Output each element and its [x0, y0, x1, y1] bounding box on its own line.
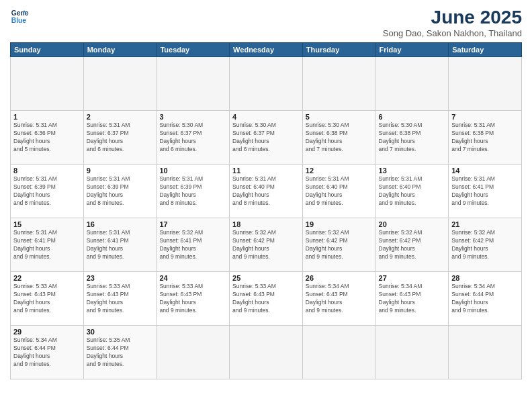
day-number: 1	[13, 113, 81, 121]
col-saturday: Saturday	[449, 43, 522, 57]
day-detail: Sunrise: 5:32 AMSunset: 6:42 PMDaylight …	[451, 229, 519, 261]
day-detail: Sunrise: 5:31 AMSunset: 6:41 PMDaylight …	[13, 229, 81, 261]
table-row: 12Sunrise: 5:31 AMSunset: 6:40 PMDayligh…	[302, 165, 375, 218]
table-row: 26Sunrise: 5:34 AMSunset: 6:43 PMDayligh…	[302, 272, 375, 326]
day-number: 18	[232, 220, 300, 228]
main-title: June 2025	[383, 7, 522, 28]
day-detail: Sunrise: 5:30 AMSunset: 6:37 PMDaylight …	[232, 122, 300, 154]
day-number: 3	[159, 113, 226, 121]
table-row: 22Sunrise: 5:33 AMSunset: 6:43 PMDayligh…	[11, 272, 84, 326]
table-row: 30Sunrise: 5:35 AMSunset: 6:44 PMDayligh…	[83, 326, 157, 379]
day-detail: Sunrise: 5:33 AMSunset: 6:43 PMDaylight …	[159, 283, 226, 315]
day-number: 10	[159, 167, 226, 175]
day-number: 25	[232, 274, 300, 282]
day-number: 17	[159, 220, 226, 228]
day-number: 22	[13, 274, 81, 282]
col-friday: Friday	[375, 43, 449, 57]
day-detail: Sunrise: 5:30 AMSunset: 6:38 PMDaylight …	[379, 122, 446, 154]
table-row: 8Sunrise: 5:31 AMSunset: 6:39 PMDaylight…	[11, 165, 84, 218]
day-detail: Sunrise: 5:31 AMSunset: 6:39 PMDaylight …	[13, 175, 81, 208]
day-number: 9	[87, 167, 154, 175]
day-detail: Sunrise: 5:31 AMSunset: 6:41 PMDaylight …	[451, 175, 519, 208]
day-detail: Sunrise: 5:34 AMSunset: 6:43 PMDaylight …	[379, 283, 446, 315]
title-block: June 2025 Song Dao, Sakon Nakhon, Thaila…	[383, 7, 522, 38]
day-detail: Sunrise: 5:34 AMSunset: 6:44 PMDaylight …	[451, 283, 519, 315]
day-detail: Sunrise: 5:31 AMSunset: 6:36 PMDaylight …	[13, 122, 81, 154]
table-row: 21Sunrise: 5:32 AMSunset: 6:42 PMDayligh…	[449, 218, 522, 272]
day-number: 4	[232, 113, 300, 121]
page-header: General Blue June 2025 Song Dao, Sakon N…	[10, 7, 522, 38]
col-sunday: Sunday	[11, 43, 84, 57]
logo: General Blue	[10, 7, 29, 26]
table-row	[157, 57, 230, 111]
day-detail: Sunrise: 5:30 AMSunset: 6:37 PMDaylight …	[159, 122, 226, 154]
day-detail: Sunrise: 5:30 AMSunset: 6:38 PMDaylight …	[306, 122, 373, 154]
col-thursday: Thursday	[302, 43, 375, 57]
day-number: 16	[87, 220, 154, 228]
table-row	[83, 57, 157, 111]
day-number: 30	[87, 328, 154, 336]
table-row: 2Sunrise: 5:31 AMSunset: 6:37 PMDaylight…	[83, 111, 157, 165]
table-row: 28Sunrise: 5:34 AMSunset: 6:44 PMDayligh…	[449, 272, 522, 326]
table-row: 17Sunrise: 5:32 AMSunset: 6:41 PMDayligh…	[157, 218, 230, 272]
table-row: 20Sunrise: 5:32 AMSunset: 6:42 PMDayligh…	[375, 218, 449, 272]
table-row: 3Sunrise: 5:30 AMSunset: 6:37 PMDaylight…	[157, 111, 230, 165]
day-detail: Sunrise: 5:31 AMSunset: 6:38 PMDaylight …	[451, 122, 519, 154]
table-row: 7Sunrise: 5:31 AMSunset: 6:38 PMDaylight…	[449, 111, 522, 165]
day-detail: Sunrise: 5:32 AMSunset: 6:42 PMDaylight …	[379, 229, 446, 261]
day-detail: Sunrise: 5:34 AMSunset: 6:43 PMDaylight …	[306, 283, 373, 315]
day-detail: Sunrise: 5:32 AMSunset: 6:42 PMDaylight …	[306, 229, 373, 261]
table-row: 14Sunrise: 5:31 AMSunset: 6:41 PMDayligh…	[449, 165, 522, 218]
table-row: 1Sunrise: 5:31 AMSunset: 6:36 PMDaylight…	[11, 111, 84, 165]
day-detail: Sunrise: 5:31 AMSunset: 6:41 PMDaylight …	[87, 229, 154, 261]
table-row: 13Sunrise: 5:31 AMSunset: 6:40 PMDayligh…	[375, 165, 449, 218]
day-number: 24	[159, 274, 226, 282]
table-row	[375, 57, 449, 111]
day-number: 28	[451, 274, 519, 282]
subtitle: Song Dao, Sakon Nakhon, Thailand	[383, 28, 522, 38]
calendar-header-row: Sunday Monday Tuesday Wednesday Thursday…	[11, 43, 522, 57]
table-row: 10Sunrise: 5:31 AMSunset: 6:39 PMDayligh…	[157, 165, 230, 218]
day-number: 27	[379, 274, 446, 282]
day-detail: Sunrise: 5:33 AMSunset: 6:43 PMDaylight …	[87, 283, 154, 315]
day-number: 19	[306, 220, 373, 228]
table-row: 19Sunrise: 5:32 AMSunset: 6:42 PMDayligh…	[302, 218, 375, 272]
day-number: 7	[451, 113, 519, 121]
day-number: 2	[87, 113, 154, 121]
table-row	[302, 57, 375, 111]
day-number: 8	[13, 167, 81, 175]
table-row: 15Sunrise: 5:31 AMSunset: 6:41 PMDayligh…	[11, 218, 84, 272]
day-number: 14	[451, 167, 519, 175]
table-row: 24Sunrise: 5:33 AMSunset: 6:43 PMDayligh…	[157, 272, 230, 326]
day-detail: Sunrise: 5:31 AMSunset: 6:39 PMDaylight …	[159, 175, 226, 208]
day-detail: Sunrise: 5:33 AMSunset: 6:43 PMDaylight …	[13, 283, 81, 315]
table-row: 6Sunrise: 5:30 AMSunset: 6:38 PMDaylight…	[375, 111, 449, 165]
table-row: 18Sunrise: 5:32 AMSunset: 6:42 PMDayligh…	[230, 218, 303, 272]
table-row: 29Sunrise: 5:34 AMSunset: 6:44 PMDayligh…	[11, 326, 84, 379]
day-detail: Sunrise: 5:31 AMSunset: 6:40 PMDaylight …	[379, 175, 446, 208]
table-row	[157, 326, 230, 379]
col-monday: Monday	[83, 43, 157, 57]
day-detail: Sunrise: 5:31 AMSunset: 6:39 PMDaylight …	[87, 175, 154, 208]
day-number: 6	[379, 113, 446, 121]
table-row	[449, 326, 522, 379]
svg-text:Blue: Blue	[11, 17, 27, 24]
day-detail: Sunrise: 5:31 AMSunset: 6:40 PMDaylight …	[306, 175, 373, 208]
table-row	[230, 326, 303, 379]
day-number: 12	[306, 167, 373, 175]
table-row	[302, 326, 375, 379]
table-row	[11, 57, 84, 111]
table-row	[449, 57, 522, 111]
day-number: 5	[306, 113, 373, 121]
day-number: 29	[13, 328, 81, 336]
table-row: 11Sunrise: 5:31 AMSunset: 6:40 PMDayligh…	[230, 165, 303, 218]
day-number: 13	[379, 167, 446, 175]
day-number: 11	[232, 167, 300, 175]
day-number: 21	[451, 220, 519, 228]
table-row: 5Sunrise: 5:30 AMSunset: 6:38 PMDaylight…	[302, 111, 375, 165]
table-row	[375, 326, 449, 379]
day-detail: Sunrise: 5:34 AMSunset: 6:44 PMDaylight …	[13, 336, 81, 369]
day-number: 20	[379, 220, 446, 228]
day-detail: Sunrise: 5:31 AMSunset: 6:40 PMDaylight …	[232, 175, 300, 208]
day-detail: Sunrise: 5:32 AMSunset: 6:42 PMDaylight …	[232, 229, 300, 261]
